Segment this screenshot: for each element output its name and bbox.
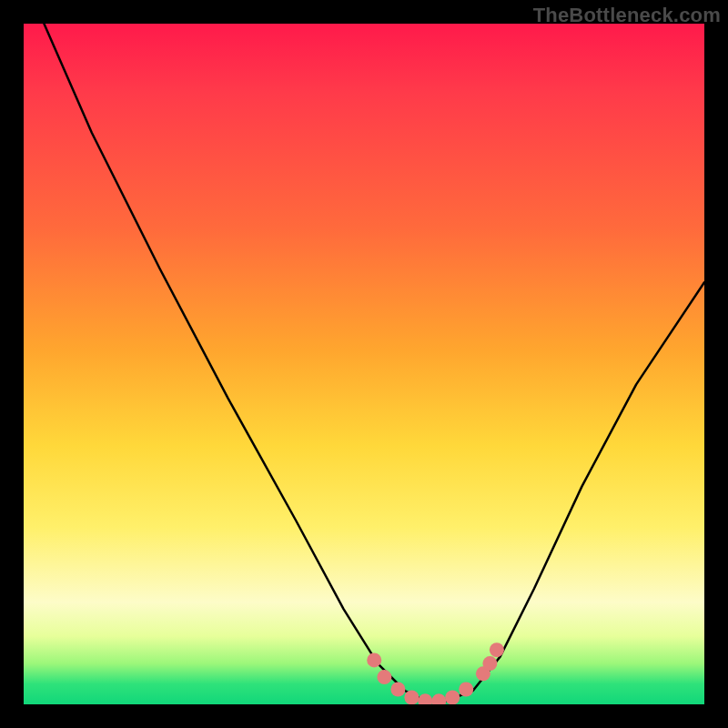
- watermark-text: TheBottleneck.com: [533, 4, 721, 27]
- curve-marker: [390, 682, 405, 697]
- curve-marker: [490, 642, 504, 657]
- curve-layer: [24, 24, 704, 704]
- curve-marker: [445, 691, 460, 705]
- plot-area: [24, 24, 704, 704]
- curve-marker: [459, 682, 473, 697]
- curve-marker: [418, 693, 432, 704]
- curve-marker: [367, 652, 381, 667]
- curve-marker: [431, 693, 446, 704]
- curve-marker: [377, 670, 391, 684]
- curve-marker: [482, 656, 497, 671]
- curve-markers: [367, 642, 504, 704]
- curve-marker: [404, 691, 419, 705]
- curve-path: [44, 24, 704, 701]
- chart-frame: TheBottleneck.com: [0, 0, 728, 728]
- bottleneck-curve: [44, 24, 704, 701]
